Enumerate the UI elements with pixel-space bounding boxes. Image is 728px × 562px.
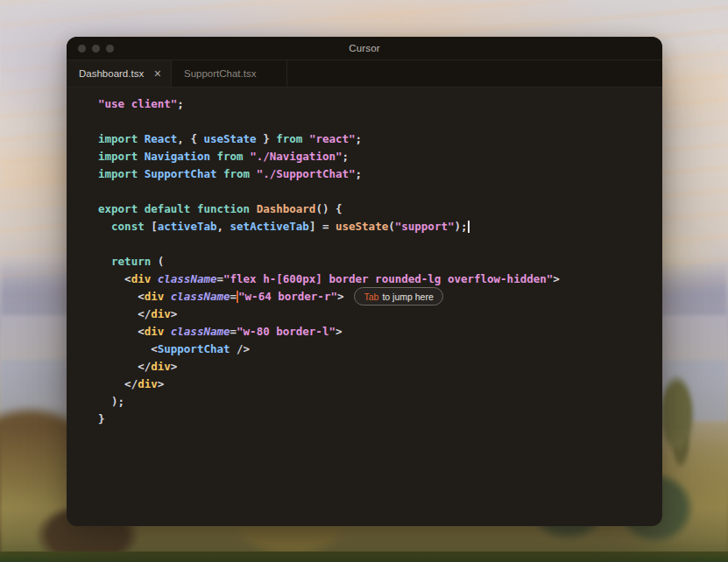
code-token: } bbox=[98, 412, 105, 425]
code-token: className bbox=[158, 272, 217, 285]
close-tab-icon[interactable]: × bbox=[152, 67, 164, 80]
cursor-app-window: Cursor Dashboard.tsx × SupportChat.tsx "… bbox=[67, 37, 662, 526]
code-line[interactable]: <div className="w-64 border-r">Tabto jum… bbox=[98, 288, 662, 306]
code-token: ); bbox=[454, 220, 467, 233]
code-token: ; bbox=[356, 132, 363, 145]
code-token: "./Navigation" bbox=[250, 150, 342, 163]
code-line[interactable]: <div className="flex h-[600px] border ro… bbox=[98, 270, 662, 288]
code-token: } bbox=[257, 132, 277, 145]
code-token: > bbox=[171, 360, 178, 373]
code-token: Dashboard bbox=[257, 202, 316, 215]
code-line[interactable]: <div className="w-80 border-l"> bbox=[98, 323, 662, 341]
code-token bbox=[138, 150, 145, 163]
code-token: SupportChat bbox=[158, 342, 230, 355]
code-token: ( bbox=[388, 220, 395, 233]
code-token: Navigation bbox=[145, 150, 210, 163]
code-line[interactable]: import React, { useState } from "react"; bbox=[98, 130, 662, 148]
code-token: default bbox=[145, 202, 191, 215]
text-cursor-caret bbox=[468, 221, 470, 233]
code-line[interactable]: ); bbox=[98, 393, 662, 411]
code-token bbox=[164, 290, 171, 303]
code-line[interactable]: export default function Dashboard() { bbox=[98, 200, 662, 218]
code-line[interactable]: import Navigation from "./Navigation"; bbox=[98, 148, 662, 165]
tab-jump-hint-badge: Tabto jump here bbox=[354, 287, 442, 306]
minimize-window-button[interactable] bbox=[92, 45, 100, 53]
window-title: Cursor bbox=[67, 43, 662, 53]
code-token bbox=[250, 167, 257, 180]
tab-jump-hint-text: to jump here bbox=[382, 288, 433, 306]
code-token bbox=[164, 325, 171, 338]
code-token: > bbox=[336, 325, 343, 338]
code-token: useState bbox=[336, 220, 388, 233]
code-line[interactable]: <SupportChat /> bbox=[98, 341, 662, 358]
code-token bbox=[250, 202, 257, 215]
code-token bbox=[216, 167, 223, 180]
code-token: ( bbox=[151, 255, 164, 268]
code-line[interactable]: </div> bbox=[98, 306, 662, 323]
code-token: = bbox=[230, 325, 237, 338]
code-token bbox=[190, 202, 197, 215]
code-token: function bbox=[197, 202, 250, 215]
code-token: className bbox=[171, 325, 230, 338]
code-token: "flex h-[600px] border rounded-lg overfl… bbox=[223, 272, 553, 285]
code-token bbox=[138, 132, 145, 145]
code-token: "react" bbox=[309, 132, 356, 145]
code-token: div bbox=[151, 360, 171, 373]
code-token bbox=[98, 220, 111, 233]
code-token: ] = bbox=[309, 220, 336, 233]
code-line[interactable]: import SupportChat from "./SupportChat"; bbox=[98, 165, 662, 183]
tab-label: Dashboard.tsx bbox=[79, 68, 144, 79]
code-line[interactable] bbox=[98, 235, 662, 253]
code-token: ; bbox=[342, 150, 349, 163]
code-line[interactable] bbox=[98, 113, 662, 130]
code-token: </ bbox=[98, 377, 138, 390]
code-token: import bbox=[98, 132, 138, 145]
code-token bbox=[138, 202, 145, 215]
code-line[interactable]: "use client"; bbox=[98, 95, 662, 113]
code-token: </ bbox=[98, 360, 151, 373]
code-token: div bbox=[131, 272, 152, 285]
maximize-window-button[interactable] bbox=[106, 45, 114, 53]
code-token: > bbox=[158, 377, 165, 390]
code-token: useState bbox=[203, 132, 256, 145]
code-line[interactable]: </div> bbox=[98, 358, 662, 376]
code-token: SupportChat bbox=[145, 167, 217, 180]
code-token: < bbox=[98, 325, 145, 338]
code-token: "w-80 border-l" bbox=[237, 325, 336, 338]
close-window-button[interactable] bbox=[78, 45, 86, 53]
code-token: , bbox=[217, 220, 230, 233]
code-token: </ bbox=[98, 307, 151, 320]
window-titlebar[interactable]: Cursor bbox=[67, 37, 662, 60]
tab-label: SupportChat.tsx bbox=[184, 68, 256, 79]
code-token: < bbox=[98, 290, 145, 303]
code-token: const bbox=[111, 220, 145, 233]
editor-tab-bar: Dashboard.tsx × SupportChat.tsx bbox=[67, 60, 662, 88]
code-line[interactable] bbox=[98, 183, 662, 200]
window-controls bbox=[78, 45, 114, 53]
code-token: import bbox=[98, 167, 138, 180]
tab-dashboard[interactable]: Dashboard.tsx × bbox=[67, 60, 172, 87]
code-token: import bbox=[98, 150, 138, 163]
code-token: "w-64 border-r" bbox=[238, 290, 337, 303]
code-editor[interactable]: "use client";import React, { useState } … bbox=[67, 88, 662, 428]
code-token bbox=[98, 255, 111, 268]
code-token: React bbox=[145, 132, 178, 145]
code-token: div bbox=[138, 377, 158, 390]
code-token: = bbox=[230, 290, 237, 303]
code-token: setActiveTab bbox=[230, 220, 309, 233]
code-token bbox=[244, 150, 251, 163]
code-line[interactable]: const [activeTab, setActiveTab] = useSta… bbox=[98, 218, 662, 235]
code-token: div bbox=[145, 290, 165, 303]
code-token: > bbox=[171, 307, 178, 320]
code-line[interactable]: } bbox=[98, 411, 662, 428]
code-line[interactable]: return ( bbox=[98, 253, 662, 270]
tab-supportchat[interactable]: SupportChat.tsx bbox=[172, 60, 287, 87]
code-token bbox=[151, 272, 158, 285]
code-token: = bbox=[216, 272, 223, 285]
code-token: activeTab bbox=[158, 220, 217, 233]
code-token: "use client" bbox=[98, 97, 177, 110]
code-token: from bbox=[276, 132, 302, 145]
code-token: () { bbox=[315, 202, 342, 215]
code-line[interactable]: </div> bbox=[98, 376, 662, 393]
code-token: export bbox=[98, 202, 138, 215]
